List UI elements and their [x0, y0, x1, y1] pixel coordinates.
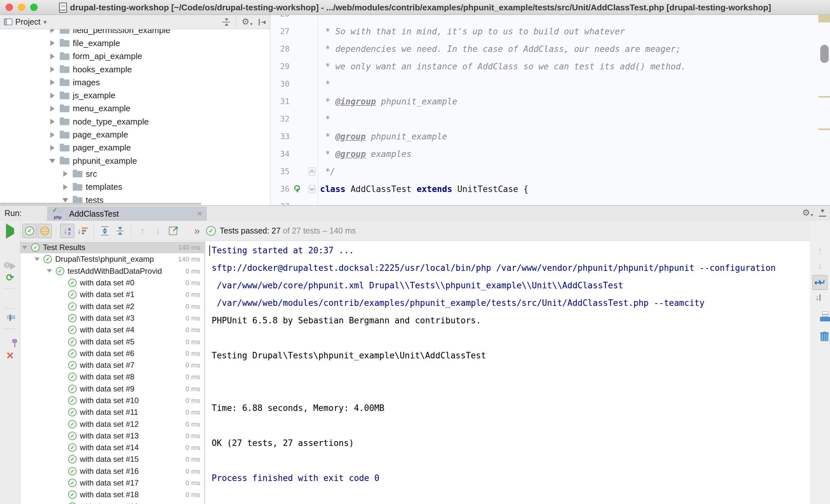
test-tree-row-with-data-set-#19[interactable]: ✓with data set #190 ms	[21, 501, 204, 504]
test-tree-row-with-data-set-#16[interactable]: ✓with data set #160 ms	[21, 465, 204, 477]
close-panel-button[interactable]: ✕	[6, 351, 14, 361]
chevron-down-icon[interactable]	[47, 269, 52, 273]
code-editor[interactable]: 2627 * So with that in mind, it's up to …	[271, 15, 830, 205]
project-item-field_permission_example[interactable]: field_permission_example	[0, 29, 270, 37]
chevron-right-icon[interactable]	[50, 79, 55, 85]
horizontal-scrollbar[interactable]	[0, 203, 201, 205]
project-item-images[interactable]: images	[0, 76, 270, 89]
test-tree-row-with-data-set-#10[interactable]: ✓with data set #100 ms	[21, 395, 204, 406]
zoom-window-button[interactable]	[30, 4, 38, 11]
editor-line-32[interactable]: 32 *	[271, 110, 830, 128]
chevron-right-icon[interactable]	[50, 145, 55, 151]
chevron-down-icon[interactable]: ▾	[43, 18, 47, 26]
project-item-templates[interactable]: templates	[0, 181, 270, 194]
collapse-all-button[interactable]	[113, 224, 127, 238]
sort-by-duration-button[interactable]: ↓	[75, 224, 90, 238]
test-tree-row-with-data-set-#9[interactable]: ✓with data set #90 ms	[21, 383, 204, 395]
chevron-right-icon[interactable]	[50, 93, 55, 99]
chevron-right-icon[interactable]	[50, 119, 55, 125]
show-passed-button[interactable]: ✓	[22, 224, 37, 238]
chevron-right-icon[interactable]	[50, 29, 55, 33]
test-tree-row-with-data-set-#11[interactable]: ✓with data set #110 ms	[21, 406, 204, 418]
chevron-down-icon[interactable]	[34, 258, 40, 261]
chevron-right-icon[interactable]	[50, 106, 55, 111]
test-tree-row-with-data-set-#5[interactable]: ✓with data set #50 ms	[21, 336, 204, 347]
run-console[interactable]: Testing started at 20:37 ...sftp://docke…	[205, 241, 810, 504]
rerun-tests-button[interactable]	[6, 228, 14, 234]
test-tree-row-with-data-set-#1[interactable]: ✓with data set #10 ms	[21, 289, 204, 300]
hide-panel-button[interactable]	[258, 18, 266, 26]
project-settings-button[interactable]: ⚙ ▾	[242, 18, 253, 26]
test-tree-row-testaddwithbaddataprovid[interactable]: ✓testAddWithBadDataProvid0 ms	[21, 265, 204, 277]
test-tree-row-with-data-set-#4[interactable]: ✓with data set #40 ms	[21, 324, 204, 336]
test-tree-row-with-data-set-#0[interactable]: ✓with data set #00 ms	[21, 277, 204, 289]
project-item-file_example[interactable]: file_example	[0, 37, 270, 49]
chevron-right-icon[interactable]	[50, 54, 55, 59]
close-tab-icon[interactable]: ×	[197, 209, 202, 218]
hide-run-panel-button[interactable]	[818, 209, 827, 217]
editor-line-28[interactable]: 28 * dependencies we need. In the case o…	[271, 40, 830, 58]
chevron-right-icon[interactable]	[50, 66, 55, 72]
chevron-right-icon[interactable]	[63, 184, 67, 190]
editor-line-33[interactable]: 33 * @group phpunit_example	[271, 128, 830, 145]
chevron-right-icon[interactable]	[63, 171, 67, 177]
minimize-window-button[interactable]	[18, 4, 25, 11]
editor-line-30[interactable]: 30 *	[271, 75, 830, 93]
chevron-down-icon[interactable]	[62, 198, 68, 202]
chevron-down-icon[interactable]	[49, 159, 55, 163]
project-panel-title[interactable]: Project	[15, 17, 40, 27]
chevron-right-icon[interactable]	[50, 40, 55, 46]
test-tree-row-with-data-set-#14[interactable]: ✓with data set #140 ms	[21, 442, 204, 453]
scroll-down-button[interactable]: ↓	[818, 260, 823, 271]
fold-marker-icon[interactable]	[308, 185, 316, 193]
test-tree-row-with-data-set-#2[interactable]: ✓with data set #20 ms	[21, 300, 204, 312]
project-item-js_example[interactable]: js_example	[0, 89, 270, 102]
close-window-button[interactable]	[5, 4, 13, 11]
test-tree-row-with-data-set-#3[interactable]: ✓with data set #30 ms	[21, 312, 204, 324]
scroll-up-button[interactable]: ↑	[818, 245, 823, 256]
editor-line-35[interactable]: 35 */	[271, 163, 830, 180]
editor-scrollbar-thumb[interactable]	[820, 45, 829, 63]
run-test-gutter-icon[interactable]: ⟳	[291, 185, 302, 192]
project-item-page_example[interactable]: page_example	[0, 128, 270, 141]
soft-wrap-button[interactable]: ↵↵	[812, 275, 827, 290]
project-item-menu_example[interactable]: menu_example	[0, 102, 270, 115]
project-item-src[interactable]: src	[0, 167, 270, 180]
editor-line-27[interactable]: 27 * So with that in mind, it's up to us…	[271, 23, 830, 40]
next-occurrence-button[interactable]: ↓	[151, 224, 165, 238]
editor-line-31[interactable]: 31 * @ingroup phpunit_example	[271, 93, 830, 110]
test-tree-row-with-data-set-#15[interactable]: ✓with data set #150 ms	[21, 453, 204, 465]
project-item-node_type_example[interactable]: node_type_example	[0, 115, 270, 128]
show-ignored-button[interactable]	[38, 224, 52, 238]
test-tree-row-with-data-set-#12[interactable]: ✓with data set #120 ms	[21, 418, 204, 430]
project-item-phpunit_example[interactable]: phpunit_example	[0, 155, 270, 167]
toggle-auto-test-button[interactable]: ⟳	[6, 273, 14, 282]
editor-line-26[interactable]: 26	[271, 15, 830, 23]
locate-file-icon[interactable]	[222, 18, 231, 27]
editor-line-34[interactable]: 34 * @group examples	[271, 145, 830, 163]
test-tree-row-with-data-set-#17[interactable]: ✓with data set #170 ms	[21, 477, 204, 489]
editor-line-37[interactable]: 37	[271, 198, 830, 205]
expand-all-button[interactable]	[98, 224, 112, 238]
run-settings-button[interactable]: ⚙ ▾	[802, 208, 813, 217]
project-item-pager_example[interactable]: pager_example	[0, 141, 270, 155]
editor-line-29[interactable]: 29 * we only want an instance of AddClas…	[271, 58, 830, 75]
test-tree-row-with-data-set-#13[interactable]: ✓with data set #130 ms	[21, 430, 204, 442]
chevron-down-icon[interactable]	[22, 246, 27, 249]
test-tree-row-test-results[interactable]: ✓Test Results140 ms	[21, 242, 204, 253]
run-tab-addclasstest[interactable]: ✓ php AddClassTest ×	[47, 207, 207, 221]
test-tree-row-drupal-tests-phpunit-examp[interactable]: ✓Drupal\Tests\phpunit_examp140 ms	[21, 253, 204, 265]
test-tree-row-with-data-set-#6[interactable]: ✓with data set #60 ms	[21, 348, 204, 359]
import-test-results-button[interactable]: ↗	[166, 224, 180, 238]
previous-occurrence-button[interactable]: ↑	[135, 224, 150, 238]
project-item-form_api_example[interactable]: form_api_example	[0, 50, 270, 63]
test-tree-row-with-data-set-#8[interactable]: ✓with data set #80 ms	[21, 371, 204, 383]
fold-marker-icon[interactable]	[308, 167, 316, 176]
sort-alphabetically-button[interactable]: ↓ az	[60, 224, 74, 238]
restore-layout-button[interactable]	[9, 315, 11, 321]
project-item-hooks_example[interactable]: hooks_example	[0, 63, 270, 76]
more-actions-icon[interactable]: »	[194, 225, 200, 237]
test-tree-row-with-data-set-#7[interactable]: ✓with data set #70 ms	[21, 359, 204, 371]
editor-line-36[interactable]: 36⟳class AddClassTest extends UnitTestCa…	[271, 180, 830, 198]
chevron-right-icon[interactable]	[50, 132, 55, 138]
